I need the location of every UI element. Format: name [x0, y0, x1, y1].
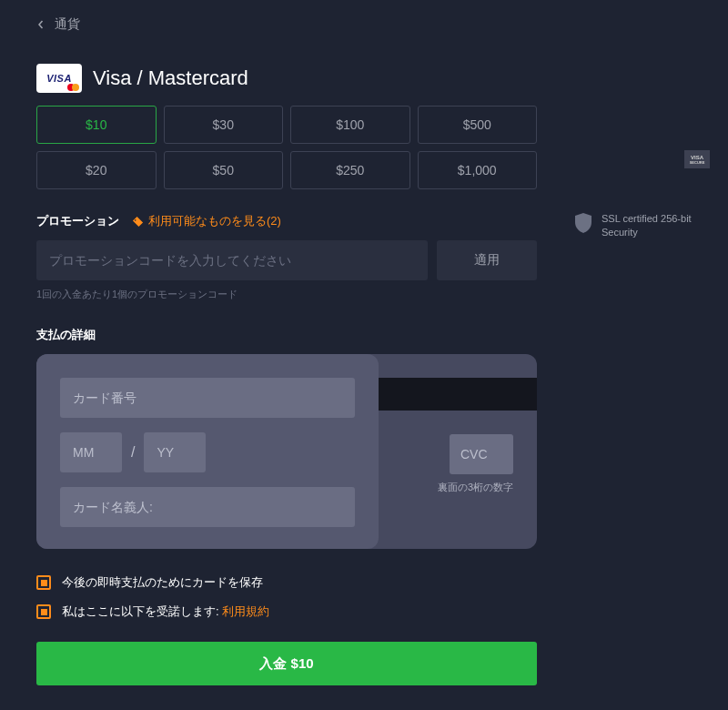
shield-icon — [573, 212, 593, 234]
save-card-checkbox[interactable] — [36, 575, 51, 590]
amount-option-20[interactable]: $20 — [36, 151, 157, 189]
card-entry-panel: 裏面の3桁の数字 / — [36, 354, 537, 549]
promo-apply-button[interactable]: 適用 — [437, 240, 537, 280]
ssl-info: SSL certified 256-bit Security — [573, 212, 710, 239]
tag-icon — [132, 216, 144, 228]
terms-checkbox[interactable] — [36, 604, 51, 619]
promo-section-label: プロモーション — [36, 213, 119, 229]
payment-method-header: VISA Visa / Mastercard — [36, 64, 537, 93]
cvc-hint: 裏面の3桁の数字 — [438, 481, 513, 494]
amount-grid: $10 $30 $100 $500 $20 $50 $250 $1,000 — [36, 106, 537, 189]
visa-secure-badge: VISA SECURE — [684, 150, 710, 168]
cardholder-input[interactable] — [60, 487, 355, 527]
amount-option-100[interactable]: $100 — [290, 106, 410, 144]
back-label: 通貨 — [55, 16, 80, 33]
card-front: / — [36, 354, 379, 549]
back-nav[interactable]: 通貨 — [36, 0, 537, 42]
amount-option-500[interactable]: $500 — [418, 106, 538, 144]
payment-section-label: 支払の詳細 — [36, 327, 537, 343]
deposit-button[interactable]: 入金 $10 — [36, 642, 537, 685]
expiry-separator: / — [131, 444, 135, 461]
ssl-text: SSL certified 256-bit Security — [602, 212, 710, 239]
expiry-month-input[interactable] — [60, 432, 122, 472]
promo-helper-text: 1回の入金あたり1個のプロモーションコード — [36, 288, 537, 301]
amount-option-1000[interactable]: $1,000 — [418, 151, 538, 189]
terms-label: 私はここに以下を受諾します: 利用規約 — [62, 604, 269, 620]
promo-link-text: 利用可能なものを見る(2) — [148, 213, 281, 229]
save-card-label: 今後の即時支払のためにカードを保存 — [62, 574, 263, 591]
chevron-left-icon — [36, 20, 46, 29]
cvc-input[interactable] — [450, 434, 513, 474]
promo-available-link[interactable]: 利用可能なものを見る(2) — [132, 213, 281, 229]
amount-option-10[interactable]: $10 — [36, 106, 157, 144]
terms-link[interactable]: 利用規約 — [222, 604, 269, 618]
card-number-input[interactable] — [60, 378, 355, 418]
amount-option-250[interactable]: $250 — [290, 151, 410, 189]
card-back: 裏面の3桁の数字 — [355, 354, 537, 549]
page-title: Visa / Mastercard — [93, 66, 248, 90]
amount-option-30[interactable]: $30 — [164, 106, 284, 144]
promo-code-input[interactable] — [36, 240, 428, 280]
expiry-year-input[interactable] — [144, 432, 206, 472]
amount-option-50[interactable]: $50 — [164, 151, 284, 189]
visa-mastercard-logo: VISA — [36, 64, 82, 93]
magnetic-stripe — [355, 378, 537, 411]
